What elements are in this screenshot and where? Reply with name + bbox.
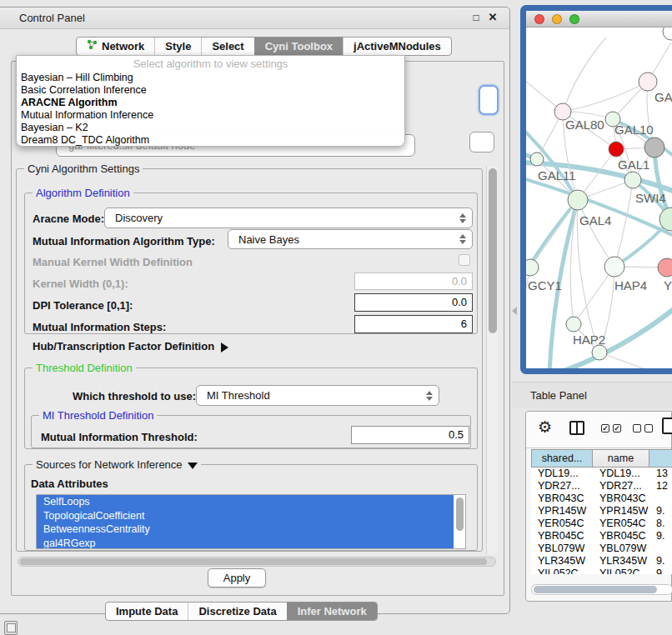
data-attribute-item[interactable]: TopologicalCoefficient xyxy=(37,509,454,523)
table-column-header[interactable]: shared... xyxy=(531,449,593,468)
table-cell: 12 xyxy=(649,480,672,492)
network-edge[interactable] xyxy=(563,82,648,112)
tab-impute-data[interactable]: Impute Data xyxy=(106,602,188,620)
table-row[interactable]: YER054CYER054C8. xyxy=(531,518,672,530)
tab-select[interactable]: Select xyxy=(201,38,253,55)
data-attributes-list[interactable]: SelfLoopsTopologicalCoefficientBetweenne… xyxy=(36,494,466,549)
manual-kernel-width-checkbox[interactable] xyxy=(459,254,470,266)
table-cell: YIL052C xyxy=(593,568,649,574)
mac-zoom-button[interactable] xyxy=(569,14,579,24)
panel-divider-handle[interactable] xyxy=(512,307,517,315)
table-row[interactable]: YPR145WYPR145W9. xyxy=(531,505,672,518)
kernel-width-label: Kernel Width (0,1): xyxy=(33,278,128,290)
network-edge[interactable] xyxy=(574,267,614,324)
data-attribute-item[interactable]: SelfLoops xyxy=(37,495,454,509)
network-node-label: HAP4 xyxy=(614,278,647,292)
which-threshold-value: MI Threshold xyxy=(207,389,270,402)
network-node[interactable] xyxy=(609,142,624,157)
algorithm-option[interactable]: Bayesian – K2 xyxy=(17,122,404,134)
mac-close-button[interactable] xyxy=(534,14,544,24)
table-column-header[interactable]: name xyxy=(593,449,649,468)
dpi-tolerance-field[interactable]: 0.0 xyxy=(354,293,473,312)
table-row[interactable]: YIL052CYIL052C9. xyxy=(531,568,672,574)
aracne-mode-combo[interactable]: Discovery xyxy=(104,208,473,228)
select-all-columns-icon[interactable]: ✓✓ xyxy=(601,424,621,432)
table-row[interactable]: YBR045CYBR045C9. xyxy=(531,530,672,542)
sources-title[interactable]: Sources for Network Inference xyxy=(33,458,201,471)
network-edge[interactable] xyxy=(614,180,633,267)
table-row[interactable]: YBR043CYBR043C xyxy=(531,492,672,505)
algorithm-option[interactable]: Bayesian – Hill Climbing xyxy=(17,72,404,84)
apply-button[interactable]: Apply xyxy=(208,568,266,588)
network-node[interactable] xyxy=(624,172,641,188)
tab-discretize-data[interactable]: Discretize Data xyxy=(188,602,286,620)
network-window-titlebar[interactable] xyxy=(526,11,672,28)
network-node[interactable] xyxy=(658,258,672,277)
application-root: Control Panel □ ✕ NetworkStyleSelectCyni… xyxy=(0,0,672,635)
network-edge[interactable] xyxy=(578,200,614,267)
algorithm-definition-title: Algorithm Definition xyxy=(33,187,133,199)
mi-steps-field[interactable]: 6 xyxy=(354,315,473,333)
tab-infer-network[interactable]: Infer Network xyxy=(287,602,377,620)
network-canvas[interactable]: GAL8GAL80GAL10GAL1GAL11SWI4GAL4GCY1HAP4Y… xyxy=(526,28,672,368)
algorithm-option[interactable]: Mutual Information Inference xyxy=(17,109,404,122)
combo-stepper-icon xyxy=(426,391,433,401)
data-attribute-item[interactable]: BetweennessCentrality xyxy=(37,522,454,537)
algorithm-option[interactable]: ARACNE Algorithm xyxy=(17,97,404,109)
network-node[interactable] xyxy=(663,28,672,40)
table-row[interactable]: YDL19...YDL19...13 xyxy=(531,468,672,480)
table-cell: YER054C xyxy=(593,518,649,530)
table-horizontal-scrollbar[interactable] xyxy=(531,584,672,595)
table-cell: YBR045C xyxy=(531,530,593,542)
float-window-icon[interactable]: □ xyxy=(469,11,483,24)
table-rows: YDL19...YDL19...13YDR27...YDR27...12YBR0… xyxy=(531,468,672,574)
tab-jactivemnodules[interactable]: jActiveMNodules xyxy=(343,38,451,55)
tab-style[interactable]: Style xyxy=(154,38,201,55)
table-row[interactable]: YLR345WYLR345W9. xyxy=(531,555,672,568)
network-node[interactable] xyxy=(644,138,664,158)
deselect-all-columns-icon[interactable] xyxy=(633,424,653,432)
gear-icon[interactable]: ⚙ xyxy=(538,419,552,436)
data-attribute-item[interactable]: gal4RGexp xyxy=(37,537,454,550)
network-edge[interactable] xyxy=(526,178,672,238)
tab-label: Network xyxy=(102,38,144,55)
mi-algorithm-type-combo[interactable]: Naive Bayes xyxy=(228,229,473,249)
settings-vertical-scrollbar[interactable] xyxy=(486,166,498,554)
new-table-icon[interactable] xyxy=(662,418,672,434)
combo-stepper-icon xyxy=(459,234,466,244)
sources-title-label: Sources for Network Inference xyxy=(36,458,183,471)
network-node[interactable] xyxy=(566,317,581,332)
network-edge[interactable] xyxy=(563,38,606,112)
settings-horizontal-scrollbar[interactable] xyxy=(18,557,496,567)
table-cell: YPR145W xyxy=(531,505,593,518)
algorithm-option[interactable]: Basic Correlation Inference xyxy=(17,84,404,97)
kernel-width-field[interactable]: 0.0 xyxy=(354,272,473,290)
algorithm-option[interactable]: Dream8 DC_TDC Algorithm xyxy=(17,134,404,147)
list-scrollbar[interactable] xyxy=(456,498,464,531)
close-window-icon[interactable]: ✕ xyxy=(486,11,499,24)
focused-button-fragment[interactable] xyxy=(479,85,499,115)
network-node[interactable] xyxy=(526,259,539,276)
network-node-label: GAL1 xyxy=(618,158,649,172)
table-row[interactable]: YBL079WYBL079W xyxy=(531,542,672,555)
table-cell: YBL079W xyxy=(593,542,649,555)
mac-minimize-button[interactable] xyxy=(552,14,562,24)
network-node[interactable] xyxy=(568,190,588,210)
hub-definition-label: Hub/Transcription Factor Definition xyxy=(33,340,214,352)
which-threshold-combo[interactable]: MI Threshold xyxy=(196,385,439,406)
network-node[interactable] xyxy=(530,152,544,166)
hub-definition-toggle[interactable]: Hub/Transcription Factor Definition xyxy=(33,340,228,352)
table-cell: 9. xyxy=(649,568,672,574)
tab-network[interactable]: Network xyxy=(77,38,154,55)
collapsed-panel-icon[interactable] xyxy=(4,621,18,635)
tab-cyni-toolbox[interactable]: Cyni Toolbox xyxy=(254,38,343,55)
mi-threshold-field[interactable]: 0.5 xyxy=(351,426,469,444)
table-row[interactable]: YDR27...YDR27...12 xyxy=(531,480,672,492)
network-node[interactable] xyxy=(639,72,657,91)
network-node[interactable] xyxy=(592,345,607,360)
tab-label: Infer Network xyxy=(298,602,367,620)
network-node[interactable] xyxy=(604,257,624,277)
which-threshold-label: Which threshold to use: xyxy=(73,390,196,402)
table-column-header[interactable] xyxy=(649,449,672,468)
columns-icon[interactable] xyxy=(569,421,584,435)
